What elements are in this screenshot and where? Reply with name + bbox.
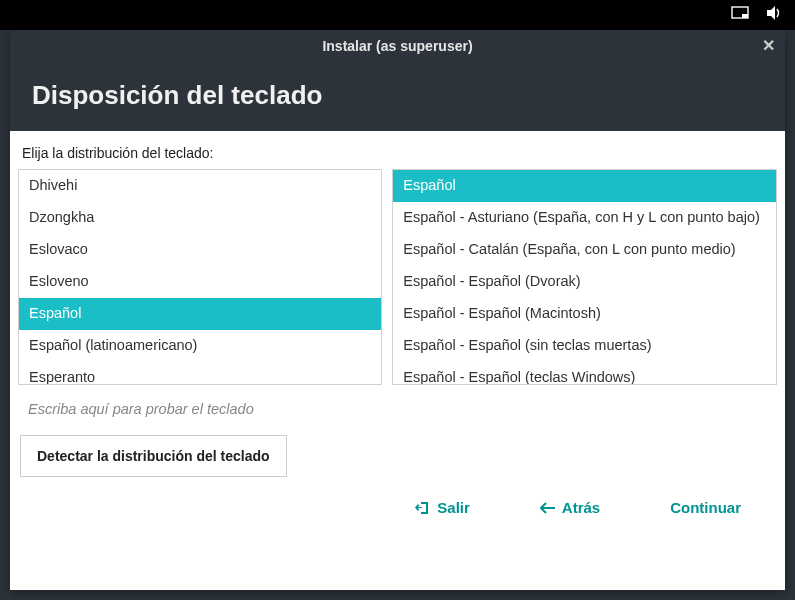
heading-area: Disposición del teclado	[10, 62, 785, 131]
window-title: Instalar (as superuser)	[322, 38, 472, 54]
list-item[interactable]: Eslovaco	[19, 234, 381, 266]
list-item[interactable]: Español - Asturiano (España, con H y L c…	[393, 202, 776, 234]
page-title: Disposición del teclado	[32, 80, 763, 111]
list-item[interactable]: Español (latinoamericano)	[19, 330, 381, 362]
exit-icon	[415, 500, 431, 516]
list-item[interactable]: Español - Catalán (España, con L con pun…	[393, 234, 776, 266]
close-icon[interactable]: ✕	[762, 36, 775, 55]
title-bar: Instalar (as superuser) ✕	[10, 30, 785, 62]
variant-listbox[interactable]: EspañolEspañol - Asturiano (España, con …	[392, 169, 777, 385]
svg-rect-1	[742, 14, 748, 18]
language-listbox[interactable]: DhivehiDzongkhaEslovacoEslovenoEspañolEs…	[18, 169, 382, 385]
detect-layout-button[interactable]: Detectar la distribución del teclado	[20, 435, 287, 477]
list-item[interactable]: Español - Español (Dvorak)	[393, 266, 776, 298]
test-keyboard-input[interactable]	[18, 385, 777, 431]
list-item[interactable]: Español - Español (sin teclas muertas)	[393, 330, 776, 362]
content-panel: Elija la distribución del teclado: Dhive…	[10, 131, 785, 590]
volume-icon[interactable]	[767, 6, 783, 24]
instruction-label: Elija la distribución del teclado:	[22, 145, 773, 161]
navigation-row: Salir Atrás Continuar	[18, 477, 777, 522]
list-item[interactable]: Dhivehi	[19, 170, 381, 202]
list-item[interactable]: Español - Español (Macintosh)	[393, 298, 776, 330]
list-item[interactable]: Español	[393, 170, 776, 202]
exit-button[interactable]: Salir	[415, 499, 470, 516]
installer-window: Instalar (as superuser) ✕ Disposición de…	[10, 30, 785, 590]
svg-marker-2	[767, 6, 775, 20]
display-icon[interactable]	[731, 6, 749, 24]
list-item[interactable]: Español - Español (teclas Windows)	[393, 362, 776, 385]
arrow-left-icon	[540, 502, 556, 514]
layout-lists: DhivehiDzongkhaEslovacoEslovenoEspañolEs…	[18, 169, 777, 385]
list-item[interactable]: Esloveno	[19, 266, 381, 298]
continue-button[interactable]: Continuar	[670, 499, 741, 516]
system-bar	[0, 0, 795, 30]
back-button[interactable]: Atrás	[540, 499, 600, 516]
list-item[interactable]: Dzongkha	[19, 202, 381, 234]
list-item[interactable]: Esperanto	[19, 362, 381, 385]
list-item[interactable]: Español	[19, 298, 381, 330]
